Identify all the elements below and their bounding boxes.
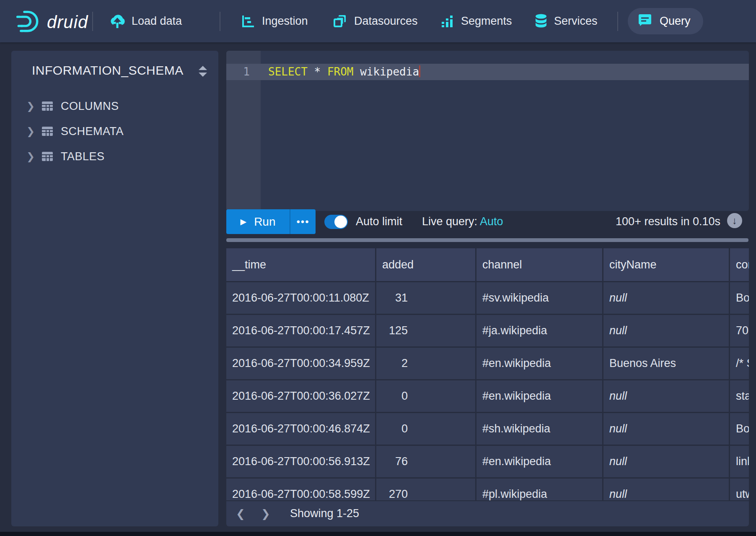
table-cell[interactable]: 2016-06-27T00:00:11.080Z (226, 282, 376, 315)
table-row: 2016-06-27T00:00:56.913Z76#en.wikipedian… (226, 446, 749, 479)
nav-item-services[interactable]: Services (535, 0, 598, 42)
table-cell[interactable]: #sh.wikipedia (476, 413, 603, 446)
chevron-right-icon[interactable]: ❯ (26, 151, 39, 162)
run-button-label: Run (254, 215, 275, 229)
table-cell[interactable]: link (730, 446, 749, 479)
navbar-divider (92, 12, 93, 31)
column-header-cityName[interactable]: cityName (603, 248, 730, 282)
table-cell[interactable]: 0 (376, 413, 476, 446)
nav-item-label: Query (660, 15, 691, 28)
play-icon: ▶ (241, 217, 247, 226)
prev-page-button[interactable]: ❮ (232, 505, 249, 523)
gantt-chart-icon (241, 14, 255, 29)
download-icon[interactable]: ↓ (727, 213, 742, 228)
table-cell[interactable]: 2016-06-27T00:00:17.457Z (226, 315, 376, 348)
sql-query-text[interactable]: SELECT * FROM wikipedia (268, 64, 420, 80)
table-cell[interactable]: 70. (730, 315, 749, 348)
nav-item-segments[interactable]: Segments (440, 0, 512, 42)
table-cell[interactable]: Bot (730, 282, 749, 315)
sidebar-item-label: SCHEMATA (61, 125, 124, 138)
schema-sidebar: INFORMATION_SCHEMA ❯COLUMNS❯SCHEMATA❯TAB… (11, 51, 218, 526)
sql-editor[interactable]: 1 SELECT * FROM wikipedia (226, 51, 749, 211)
druid-logo-icon (15, 9, 41, 35)
schema-title: INFORMATION_SCHEMA (32, 63, 184, 78)
table-cell[interactable]: 2016-06-27T00:00:56.913Z (226, 446, 376, 479)
table-cell[interactable]: 125 (376, 315, 476, 348)
sidebar-item-label: TABLES (61, 150, 105, 163)
nav-item-label: Datasources (354, 15, 418, 28)
table-cell[interactable]: null (603, 315, 730, 348)
sql-token-keyword: SELECT (268, 65, 308, 78)
live-query-label: Live query: (422, 215, 477, 228)
nav-item-ingestion[interactable]: Ingestion (241, 0, 308, 42)
table-cell[interactable]: #en.wikipedia (476, 348, 603, 380)
next-page-button[interactable]: ❯ (257, 505, 274, 523)
annotation-icon (638, 13, 652, 29)
table-cell[interactable]: Buenos Aires (603, 348, 730, 380)
table-cell[interactable]: 0 (376, 380, 476, 413)
table-cell[interactable]: #ja.wikipedia (476, 315, 603, 348)
nav-item-datasources[interactable]: Datasources (333, 0, 418, 42)
table-cell[interactable]: #en.wikipedia (476, 380, 603, 413)
nav-item-label: Services (554, 15, 598, 28)
table-cell[interactable]: 2016-06-27T00:00:46.874Z (226, 413, 376, 446)
table-cell[interactable]: null (603, 282, 730, 315)
auto-limit-label: Auto limit (356, 215, 402, 228)
column-header-time[interactable]: __time (226, 248, 376, 282)
live-query-value[interactable]: Auto (480, 215, 503, 228)
segments-chart-icon (440, 14, 454, 29)
top-navbar: druid Load dataIngestionDatasourcesSegme… (0, 0, 756, 42)
cloud-upload-icon (110, 14, 125, 29)
nav-item-load-data[interactable]: Load data (110, 0, 182, 42)
text-cursor (419, 65, 420, 77)
column-header-comment[interactable]: comment (730, 248, 749, 282)
chevron-right-icon[interactable]: ❯ (26, 125, 39, 137)
sidebar-item-columns[interactable]: ❯COLUMNS (11, 94, 218, 118)
nav-item-label: Load data (132, 15, 182, 28)
table-cell[interactable]: null (603, 446, 730, 479)
table-row: 2016-06-27T00:00:36.027Z0#en.wikipedianu… (226, 380, 749, 413)
column-header-added[interactable]: added (376, 248, 476, 282)
table-cell[interactable]: null (603, 380, 730, 413)
horizontal-scrollbar[interactable] (226, 238, 748, 242)
table-cell[interactable]: 76 (376, 446, 476, 479)
navbar-divider (220, 12, 220, 31)
nav-item-label: Segments (461, 15, 512, 28)
table-cell[interactable]: #en.wikipedia (476, 446, 603, 479)
table-cell[interactable]: Bot (730, 413, 749, 446)
table-cell[interactable]: /* S (730, 348, 749, 380)
table-row: 2016-06-27T00:00:46.874Z0#sh.wikipedianu… (226, 413, 749, 446)
bottom-strip (0, 532, 756, 536)
double-caret-sort-icon[interactable] (197, 64, 208, 78)
table-cell[interactable]: 2 (376, 348, 476, 380)
table-cell[interactable]: 2016-06-27T00:00:34.959Z (226, 348, 376, 380)
table-cell[interactable]: 2016-06-27T00:00:36.027Z (226, 380, 376, 413)
table-icon (41, 101, 53, 111)
query-toolbar: ▶ Run ••• Auto limit Live query: Auto 10… (226, 209, 749, 234)
brand-name: druid (47, 12, 88, 32)
sidebar-item-schemata[interactable]: ❯SCHEMATA (11, 119, 218, 143)
line-number: 1 (226, 64, 261, 80)
sidebar-item-tables[interactable]: ❯TABLES (11, 144, 218, 169)
live-query-control: Live query: Auto (422, 215, 503, 228)
auto-limit-toggle[interactable] (324, 215, 348, 229)
navbar-divider (617, 12, 618, 31)
results-footer: ❮ ❯ Showing 1-25 (226, 500, 749, 526)
chevron-right-icon[interactable]: ❯ (26, 100, 39, 112)
table-row: 2016-06-27T00:00:17.457Z125#ja.wikipedia… (226, 315, 749, 348)
table-row: 2016-06-27T00:00:11.080Z31#sv.wikipedian… (226, 282, 749, 315)
table-cell[interactable]: null (603, 413, 730, 446)
toggle-knob (334, 216, 347, 228)
nav-item-query[interactable]: Query (628, 8, 703, 34)
sidebar-header: INFORMATION_SCHEMA (11, 59, 218, 83)
run-button[interactable]: ▶ Run (226, 209, 290, 234)
table-cell[interactable]: 31 (376, 282, 476, 315)
run-button-group: ▶ Run ••• (226, 209, 316, 234)
results-table: __timeaddedchannelcityNamecomment 2016-0… (226, 248, 749, 526)
sql-token-keyword: FROM (327, 65, 354, 78)
table-cell[interactable]: sta (730, 380, 749, 413)
druid-logo[interactable]: druid (15, 9, 88, 35)
table-cell[interactable]: #sv.wikipedia (476, 282, 603, 315)
column-header-channel[interactable]: channel (476, 248, 603, 282)
run-more-button[interactable]: ••• (290, 209, 316, 234)
